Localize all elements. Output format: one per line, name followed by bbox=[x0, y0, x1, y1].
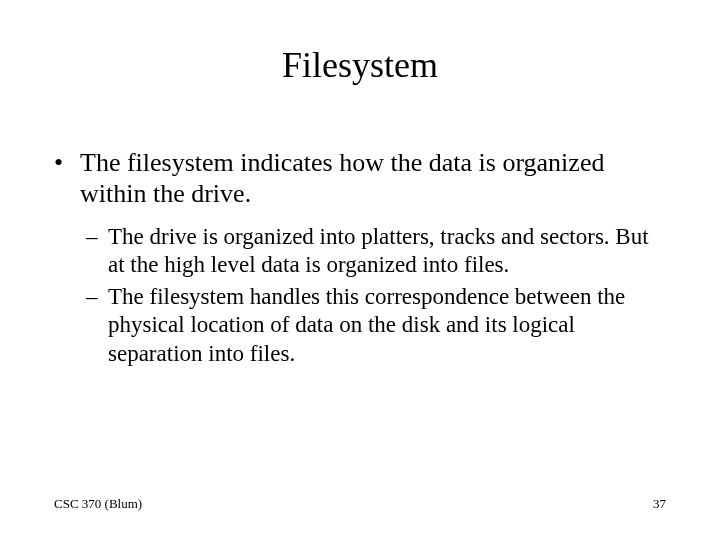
footer-course: CSC 370 (Blum) bbox=[54, 496, 142, 512]
bullet-level1: • The filesystem indicates how the data … bbox=[54, 148, 666, 209]
bullet-dot-icon: • bbox=[54, 148, 80, 209]
bullet-level2: – The filesystem handles this correspond… bbox=[86, 283, 666, 367]
bullet-dash-icon: – bbox=[86, 223, 108, 279]
slide-body: • The filesystem indicates how the data … bbox=[54, 148, 666, 372]
sub-bullets: – The drive is organized into platters, … bbox=[86, 223, 666, 367]
slide-title: Filesystem bbox=[0, 44, 720, 86]
bullet-text: The filesystem handles this corresponden… bbox=[108, 283, 666, 367]
bullet-text: The filesystem indicates how the data is… bbox=[80, 148, 666, 209]
slide: Filesystem • The filesystem indicates ho… bbox=[0, 0, 720, 540]
bullet-level2: – The drive is organized into platters, … bbox=[86, 223, 666, 279]
bullet-text: The drive is organized into platters, tr… bbox=[108, 223, 666, 279]
footer-page-number: 37 bbox=[653, 496, 666, 512]
bullet-dash-icon: – bbox=[86, 283, 108, 367]
